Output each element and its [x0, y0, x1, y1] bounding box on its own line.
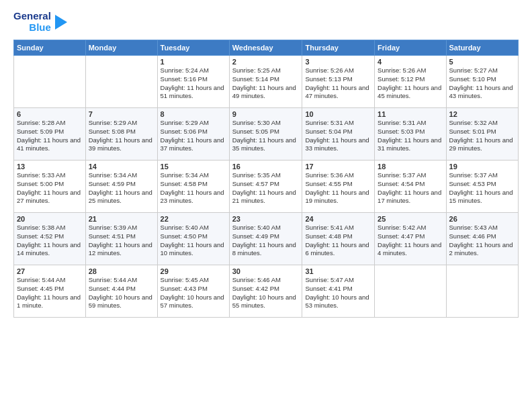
calendar-cell: 25Sunrise: 5:42 AMSunset: 4:47 PMDayligh… — [375, 213, 446, 265]
calendar-cell: 30Sunrise: 5:46 AMSunset: 4:42 PMDayligh… — [229, 265, 302, 318]
calendar-cell: 22Sunrise: 5:40 AMSunset: 4:50 PMDayligh… — [157, 213, 229, 265]
calendar-cell: 12Sunrise: 5:32 AMSunset: 5:01 PMDayligh… — [446, 108, 518, 161]
week-row-1: 1Sunrise: 5:24 AMSunset: 5:16 PMDaylight… — [14, 56, 519, 108]
day-number: 13 — [17, 163, 83, 171]
day-number: 25 — [378, 215, 443, 223]
day-info: Sunrise: 5:45 AMSunset: 4:43 PMDaylight:… — [161, 276, 226, 310]
logo: General Blue — [13, 11, 69, 33]
calendar-cell: 1Sunrise: 5:24 AMSunset: 5:16 PMDaylight… — [157, 56, 229, 108]
day-info: Sunrise: 5:29 AMSunset: 5:08 PMDaylight:… — [89, 119, 154, 153]
logo-container: General Blue — [13, 11, 69, 33]
calendar-cell: 2Sunrise: 5:25 AMSunset: 5:14 PMDaylight… — [229, 56, 302, 108]
day-info: Sunrise: 5:24 AMSunset: 5:16 PMDaylight:… — [161, 66, 226, 101]
day-number: 20 — [17, 215, 83, 223]
dow-header-friday: Friday — [375, 40, 446, 56]
calendar-cell: 17Sunrise: 5:36 AMSunset: 4:55 PMDayligh… — [302, 161, 375, 213]
day-number: 14 — [89, 163, 154, 171]
day-info: Sunrise: 5:31 AMSunset: 5:03 PMDaylight:… — [378, 119, 443, 153]
day-info: Sunrise: 5:47 AMSunset: 4:41 PMDaylight:… — [305, 276, 371, 310]
calendar-cell — [85, 56, 157, 108]
day-number: 30 — [232, 267, 300, 275]
day-info: Sunrise: 5:32 AMSunset: 5:01 PMDaylight:… — [449, 119, 515, 153]
day-info: Sunrise: 5:39 AMSunset: 4:51 PMDaylight:… — [89, 224, 154, 258]
calendar-cell: 8Sunrise: 5:29 AMSunset: 5:06 PMDaylight… — [157, 108, 229, 161]
svg-marker-0 — [55, 15, 67, 30]
day-number: 19 — [449, 163, 515, 171]
days-of-week-row: SundayMondayTuesdayWednesdayThursdayFrid… — [14, 40, 519, 56]
dow-header-tuesday: Tuesday — [157, 40, 229, 56]
day-number: 7 — [89, 110, 154, 118]
day-number: 5 — [449, 58, 515, 66]
day-info: Sunrise: 5:35 AMSunset: 4:57 PMDaylight:… — [232, 171, 300, 205]
logo-text-block: General Blue — [13, 11, 51, 33]
calendar-cell: 21Sunrise: 5:39 AMSunset: 4:51 PMDayligh… — [85, 213, 157, 265]
calendar-cell: 15Sunrise: 5:34 AMSunset: 4:58 PMDayligh… — [157, 161, 229, 213]
day-info: Sunrise: 5:33 AMSunset: 5:00 PMDaylight:… — [17, 171, 83, 205]
dow-header-sunday: Sunday — [14, 40, 86, 56]
day-number: 24 — [305, 215, 371, 223]
day-info: Sunrise: 5:40 AMSunset: 4:50 PMDaylight:… — [161, 224, 226, 258]
day-info: Sunrise: 5:44 AMSunset: 4:45 PMDaylight:… — [17, 276, 83, 310]
calendar-cell: 9Sunrise: 5:30 AMSunset: 5:05 PMDaylight… — [229, 108, 302, 161]
calendar-cell: 10Sunrise: 5:31 AMSunset: 5:04 PMDayligh… — [302, 108, 375, 161]
day-number: 17 — [305, 163, 371, 171]
day-number: 8 — [161, 110, 226, 118]
calendar-cell: 18Sunrise: 5:37 AMSunset: 4:54 PMDayligh… — [375, 161, 446, 213]
day-info: Sunrise: 5:46 AMSunset: 4:42 PMDaylight:… — [232, 276, 300, 310]
dow-header-thursday: Thursday — [302, 40, 375, 56]
calendar-cell: 20Sunrise: 5:38 AMSunset: 4:52 PMDayligh… — [14, 213, 86, 265]
calendar-cell: 5Sunrise: 5:27 AMSunset: 5:10 PMDaylight… — [446, 56, 518, 108]
page-header: General Blue — [13, 11, 519, 33]
calendar-cell: 28Sunrise: 5:44 AMSunset: 4:44 PMDayligh… — [85, 265, 157, 318]
day-info: Sunrise: 5:28 AMSunset: 5:09 PMDaylight:… — [17, 119, 83, 153]
day-info: Sunrise: 5:38 AMSunset: 4:52 PMDaylight:… — [17, 224, 83, 258]
day-info: Sunrise: 5:37 AMSunset: 4:53 PMDaylight:… — [449, 171, 515, 205]
logo-general: General — [13, 11, 51, 22]
day-number: 26 — [449, 215, 515, 223]
day-info: Sunrise: 5:40 AMSunset: 4:49 PMDaylight:… — [232, 224, 300, 258]
calendar-cell: 24Sunrise: 5:41 AMSunset: 4:48 PMDayligh… — [302, 213, 375, 265]
calendar-cell: 3Sunrise: 5:26 AMSunset: 5:13 PMDaylight… — [302, 56, 375, 108]
day-number: 16 — [232, 163, 300, 171]
dow-header-wednesday: Wednesday — [229, 40, 302, 56]
calendar-cell: 26Sunrise: 5:43 AMSunset: 4:46 PMDayligh… — [446, 213, 518, 265]
day-number: 12 — [449, 110, 515, 118]
day-info: Sunrise: 5:25 AMSunset: 5:14 PMDaylight:… — [232, 66, 300, 101]
week-row-5: 27Sunrise: 5:44 AMSunset: 4:45 PMDayligh… — [14, 265, 519, 318]
day-info: Sunrise: 5:27 AMSunset: 5:10 PMDaylight:… — [449, 66, 515, 101]
day-info: Sunrise: 5:34 AMSunset: 4:58 PMDaylight:… — [161, 171, 226, 205]
dow-header-saturday: Saturday — [446, 40, 518, 56]
calendar-cell: 14Sunrise: 5:34 AMSunset: 4:59 PMDayligh… — [85, 161, 157, 213]
calendar-cell: 7Sunrise: 5:29 AMSunset: 5:08 PMDaylight… — [85, 108, 157, 161]
dow-header-monday: Monday — [85, 40, 157, 56]
day-number: 18 — [378, 163, 443, 171]
day-info: Sunrise: 5:31 AMSunset: 5:04 PMDaylight:… — [305, 119, 371, 153]
day-info: Sunrise: 5:41 AMSunset: 4:48 PMDaylight:… — [305, 224, 371, 258]
calendar-cell: 31Sunrise: 5:47 AMSunset: 4:41 PMDayligh… — [302, 265, 375, 318]
day-number: 2 — [232, 58, 300, 66]
calendar-cell — [14, 56, 86, 108]
calendar-cell: 13Sunrise: 5:33 AMSunset: 5:00 PMDayligh… — [14, 161, 86, 213]
calendar-cell — [375, 265, 446, 318]
day-number: 3 — [305, 58, 371, 66]
day-number: 1 — [161, 58, 226, 66]
calendar-cell: 16Sunrise: 5:35 AMSunset: 4:57 PMDayligh… — [229, 161, 302, 213]
calendar-table: SundayMondayTuesdayWednesdayThursdayFrid… — [13, 40, 519, 318]
day-number: 4 — [378, 58, 443, 66]
week-row-3: 13Sunrise: 5:33 AMSunset: 5:00 PMDayligh… — [14, 161, 519, 213]
day-number: 21 — [89, 215, 154, 223]
day-number: 15 — [161, 163, 226, 171]
day-number: 10 — [305, 110, 371, 118]
day-info: Sunrise: 5:29 AMSunset: 5:06 PMDaylight:… — [161, 119, 226, 153]
day-info: Sunrise: 5:44 AMSunset: 4:44 PMDaylight:… — [89, 276, 154, 310]
calendar-cell: 27Sunrise: 5:44 AMSunset: 4:45 PMDayligh… — [14, 265, 86, 318]
day-number: 6 — [17, 110, 83, 118]
day-info: Sunrise: 5:30 AMSunset: 5:05 PMDaylight:… — [232, 119, 300, 153]
day-info: Sunrise: 5:36 AMSunset: 4:55 PMDaylight:… — [305, 171, 371, 205]
day-number: 27 — [17, 267, 83, 275]
day-number: 22 — [161, 215, 226, 223]
calendar-cell: 23Sunrise: 5:40 AMSunset: 4:49 PMDayligh… — [229, 213, 302, 265]
logo-triangle-icon — [54, 12, 69, 32]
day-info: Sunrise: 5:42 AMSunset: 4:47 PMDaylight:… — [378, 224, 443, 258]
day-info: Sunrise: 5:43 AMSunset: 4:46 PMDaylight:… — [449, 224, 515, 258]
